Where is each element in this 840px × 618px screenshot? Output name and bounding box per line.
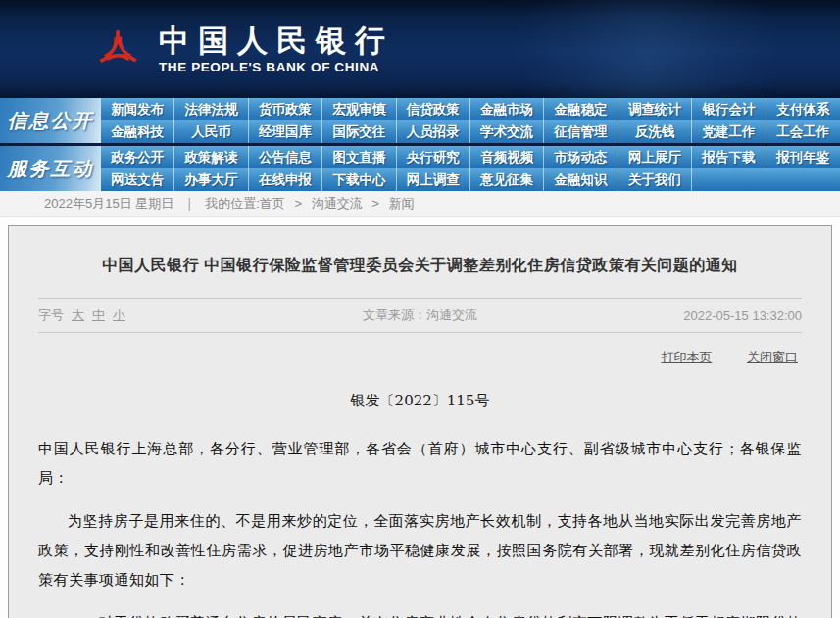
nav-item[interactable]: 网上展厅 xyxy=(618,146,692,168)
font-size-controls: 字号 大 中 小 xyxy=(38,307,293,324)
nav-item[interactable]: 征信管理 xyxy=(544,120,618,143)
nav-item[interactable]: 报告下载 xyxy=(692,146,766,168)
nav-item[interactable]: 网送文告 xyxy=(101,168,174,191)
nav-item[interactable]: 关于我们 xyxy=(618,168,692,191)
nav-item[interactable]: 下载中心 xyxy=(322,168,396,191)
nav-item[interactable]: 工会工作 xyxy=(766,120,840,143)
bank-name-english: THE PEOPLE'S BANK OF CHINA xyxy=(159,60,394,74)
article-paragraph: 一、对于贷款购买普通自住房的居民家庭，首套住房商业性个人住房贷款利率下限调整为不… xyxy=(38,608,802,618)
article-source: 文章来源：沟通交流 xyxy=(293,307,548,324)
nav-item[interactable]: 意见征集 xyxy=(470,168,544,191)
nav-item[interactable]: 金融知识 xyxy=(544,168,618,191)
site-header: 人 人 人 中国人民银行 THE PEOPLE'S BANK OF CHINA xyxy=(0,0,840,98)
nav-section-label-info[interactable]: 信息公开 xyxy=(0,98,101,143)
nav-item[interactable]: 信贷政策 xyxy=(397,98,470,120)
content-area: 中国人民银行 中国银行保险监督管理委员会关于调整差别化住房信贷政策有关问题的通知… xyxy=(0,217,840,618)
nav-item[interactable]: 经理国库 xyxy=(249,120,322,143)
nav-item[interactable]: 法律法规 xyxy=(174,98,248,120)
nav-item[interactable]: 支付体系 xyxy=(766,98,840,120)
breadcrumb-arrow: > xyxy=(371,196,379,211)
nav-item[interactable]: 人员招录 xyxy=(397,120,470,143)
current-date: 2022年5月15日 星期日 xyxy=(44,196,173,211)
nav-item[interactable]: 银行会计 xyxy=(692,98,766,120)
nav-item[interactable]: 央行研究 xyxy=(397,146,470,168)
article-panel: 中国人民银行 中国银行保险监督管理委员会关于调整差别化住房信贷政策有关问题的通知… xyxy=(8,225,832,618)
article-actions: 打印本页 关闭窗口 xyxy=(38,333,802,372)
print-page-link[interactable]: 打印本页 xyxy=(661,350,712,364)
nav-item-empty xyxy=(766,168,840,191)
breadcrumb-arrow: > xyxy=(294,196,302,211)
nav-item[interactable]: 学术交流 xyxy=(470,120,544,143)
breadcrumb: 2022年5月15日 星期日 ｜ 我的位置:首页 > 沟通交流 > 新闻 xyxy=(0,191,840,217)
nav-item[interactable]: 金融市场 xyxy=(470,98,544,120)
breadcrumb-item-communication[interactable]: 沟通交流 xyxy=(312,196,363,211)
nav-item[interactable]: 政务公开 xyxy=(101,146,174,168)
nav-item[interactable]: 人民币 xyxy=(174,120,248,143)
article-title: 中国人民银行 中国银行保险监督管理委员会关于调整差别化住房信贷政策有关问题的通知 xyxy=(38,226,802,298)
pboc-logo-icon: 人 人 人 xyxy=(90,22,145,76)
font-size-label: 字号 xyxy=(38,307,64,324)
document-number: 银发〔2022〕115号 xyxy=(38,392,802,410)
breadcrumb-pipe: ｜ xyxy=(183,196,196,211)
nav-item[interactable]: 党建工作 xyxy=(692,120,766,143)
nav-item[interactable]: 办事大厅 xyxy=(174,168,248,191)
nav-item[interactable]: 新闻发布 xyxy=(101,98,174,120)
nav-item[interactable]: 音频视频 xyxy=(470,146,544,168)
nav-item[interactable]: 货币政策 xyxy=(249,98,322,120)
nav-section-label-service[interactable]: 服务互动 xyxy=(0,146,101,191)
nav-item[interactable]: 国际交往 xyxy=(322,120,396,143)
nav-item[interactable]: 政策解读 xyxy=(174,146,248,168)
nav-item[interactable]: 反洗钱 xyxy=(618,120,692,143)
nav-item[interactable]: 图文直播 xyxy=(322,146,396,168)
nav-grid-service: 政务公开政策解读公告信息图文直播央行研究音频视频市场动态网上展厅报告下载报刊年鉴… xyxy=(101,146,840,191)
article-datetime: 2022-05-15 13:32:00 xyxy=(547,309,802,323)
breadcrumb-home[interactable]: 我的位置:首页 xyxy=(205,196,285,211)
nav-item[interactable]: 报刊年鉴 xyxy=(766,146,840,168)
font-size-small-link[interactable]: 小 xyxy=(113,307,125,324)
nav-grid-info: 新闻发布法律法规货币政策宏观审慎信贷政策金融市场金融稳定调查统计银行会计支付体系… xyxy=(101,98,840,143)
article-body: 中国人民银行上海总部，各分行、营业管理部，各省会（首府）城市中心支行、副省级城市… xyxy=(38,434,802,618)
nav-item[interactable]: 公告信息 xyxy=(249,146,322,168)
breadcrumb-item-news[interactable]: 新闻 xyxy=(389,196,415,211)
nav-section-service-interaction: 服务互动 政务公开政策解读公告信息图文直播央行研究音频视频市场动态网上展厅报告下… xyxy=(0,146,840,191)
nav-item[interactable]: 在线申报 xyxy=(249,168,322,191)
font-size-medium-link[interactable]: 中 xyxy=(92,307,105,324)
font-size-large-link[interactable]: 大 xyxy=(72,307,84,324)
nav-item[interactable]: 调查统计 xyxy=(618,98,692,120)
nav-item[interactable]: 金融科技 xyxy=(101,120,174,143)
nav-item[interactable]: 金融稳定 xyxy=(544,98,618,120)
bank-name-block: 中国人民银行 THE PEOPLE'S BANK OF CHINA xyxy=(159,24,394,74)
bank-name-chinese: 中国人民银行 xyxy=(159,24,394,57)
nav-item[interactable]: 网上调查 xyxy=(397,168,470,191)
article-paragraph: 中国人民银行上海总部，各分行、营业管理部，各省会（首府）城市中心支行、副省级城市… xyxy=(38,434,802,493)
article-paragraph: 为坚持房子是用来住的、不是用来炒的定位，全面落实房地产长效机制，支持各地从当地实… xyxy=(38,506,802,594)
nav-item[interactable]: 市场动态 xyxy=(544,146,618,168)
nav-section-info-disclosure: 信息公开 新闻发布法律法规货币政策宏观审慎信贷政策金融市场金融稳定调查统计银行会… xyxy=(0,98,840,143)
nav-item[interactable]: 宏观审慎 xyxy=(322,98,396,120)
article-meta-row: 字号 大 中 小 文章来源：沟通交流 2022-05-15 13:32:00 xyxy=(38,299,802,332)
close-window-link[interactable]: 关闭窗口 xyxy=(747,350,798,364)
main-navigation: 信息公开 新闻发布法律法规货币政策宏观审慎信贷政策金融市场金融稳定调查统计银行会… xyxy=(0,98,840,191)
nav-item-empty xyxy=(692,168,766,191)
